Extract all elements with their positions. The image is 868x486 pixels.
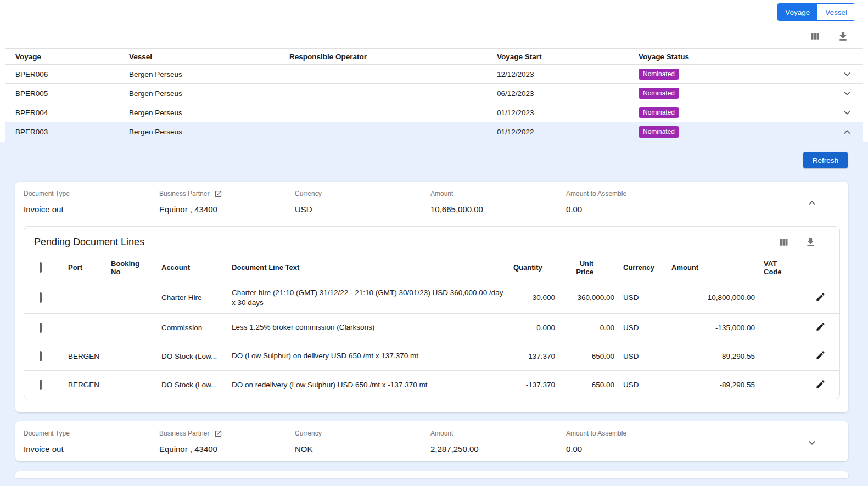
unit-price-cell: 0.00	[555, 313, 614, 342]
voyage-start-date: 06/12/2023	[487, 89, 629, 98]
document-line-text-cell: Less 1.25% broker commission (Clarksons)	[223, 313, 505, 342]
document-line-text-cell: Charter hire (21:10 (GMT) 31/12/22 - 21:…	[223, 282, 505, 313]
pending-line-row: BERGEN DO Stock (Low... DO on redelivery…	[24, 370, 839, 399]
header-responsible-operator: Responsible Operator	[279, 53, 487, 61]
select-all-checkbox[interactable]	[40, 262, 42, 273]
currency-cell: USD	[614, 370, 663, 399]
edit-icon[interactable]	[814, 320, 827, 335]
business-partner-label: Business Partner	[159, 190, 209, 197]
chevron-down-icon[interactable]	[832, 87, 863, 99]
vat-code-cell	[755, 370, 805, 399]
header-document-line-text: Document Line Text	[223, 253, 505, 282]
voyage-toggle-button[interactable]: Voyage	[777, 4, 817, 20]
row-checkbox[interactable]	[40, 380, 42, 390]
voyage-row-bper004[interactable]: BPER004 Bergen Perseus 01/12/2023 Nomina…	[5, 103, 863, 122]
chevron-down-icon[interactable]	[832, 106, 863, 118]
currency-label: Currency	[295, 189, 430, 198]
voyage-table: Voyage Vessel Responsible Operator Voyag…	[5, 48, 863, 142]
document-line-text-cell: DO on redelivery (Low Sulphur) USD 650 /…	[223, 370, 505, 399]
header-voyage: Voyage	[5, 53, 119, 61]
booking-no-cell	[102, 282, 153, 313]
header-vat-code: VAT Code	[755, 253, 805, 282]
currency-label: Currency	[295, 429, 430, 438]
chevron-up-icon[interactable]	[832, 126, 863, 138]
edit-icon[interactable]	[814, 291, 827, 305]
expanded-voyage-detail: Refresh Document Type Invoice out Busine…	[0, 142, 868, 486]
header-voyage-status: Voyage Status	[629, 53, 832, 61]
vat-code-cell	[755, 342, 805, 370]
voyage-start-date: 12/12/2023	[487, 70, 629, 78]
amount-cell: 89,290.55	[663, 342, 755, 370]
amount-to-assemble-field: Amount to Assemble 0.00	[566, 429, 702, 454]
quantity-cell: 30.000	[505, 282, 555, 313]
status-badge: Nominated	[639, 107, 679, 118]
pending-document-lines-panel: Pending Document Lines	[24, 226, 840, 399]
amount-label: Amount	[430, 429, 566, 438]
business-partner-label: Business Partner	[159, 430, 209, 437]
voyage-start-date: 01/12/2023	[487, 109, 629, 117]
voyage-row-bper003-expanded[interactable]: BPER003 Bergen Perseus 01/12/2022 Nomina…	[5, 122, 863, 142]
document-card-partial[interactable]	[15, 471, 848, 478]
refresh-button[interactable]: Refresh	[803, 152, 848, 168]
booking-no-cell	[102, 313, 153, 342]
top-bar: Voyage Vessel	[0, 0, 868, 24]
table-toolbar	[0, 24, 868, 48]
row-checkbox[interactable]	[40, 292, 42, 303]
vat-code-cell	[755, 313, 805, 342]
amount-value: 10,665,000.00	[430, 205, 566, 214]
pending-line-row: Charter Hire Charter hire (21:10 (GMT) 3…	[24, 282, 839, 313]
header-vessel: Vessel	[119, 53, 279, 61]
open-in-new-icon[interactable]	[213, 189, 223, 199]
account-cell: Charter Hire	[153, 282, 223, 313]
status-badge: Nominated	[639, 69, 679, 80]
row-checkbox[interactable]	[40, 323, 42, 333]
amount-field: Amount 2,287,250.00	[430, 429, 566, 454]
pending-line-row: BERGEN DO Stock (Low... DO (Low Sulphur)…	[24, 342, 839, 370]
account-cell: Commission	[153, 313, 223, 342]
vat-code-cell	[755, 282, 805, 313]
voyage-row-bper005[interactable]: BPER005 Bergen Perseus 06/12/2023 Nomina…	[5, 84, 863, 103]
expand-document-chevron-down-icon[interactable]	[806, 437, 818, 450]
chevron-down-icon[interactable]	[832, 68, 863, 80]
port-cell: BERGEN	[59, 370, 102, 399]
voyage-row-bper006[interactable]: BPER006 Bergen Perseus 12/12/2023 Nomina…	[5, 65, 863, 84]
edit-icon[interactable]	[814, 349, 827, 363]
quantity-cell: 137.370	[505, 342, 555, 370]
document-card-nok: Document Type Invoice out Business Partn…	[15, 421, 848, 461]
booking-no-cell	[102, 342, 153, 370]
document-summary: Document Type Invoice out Business Partn…	[24, 189, 840, 214]
pending-lines-header-row: Port Booking No Account Document Line Te…	[24, 253, 839, 282]
document-type-field: Document Type Invoice out	[24, 189, 159, 214]
unit-price-cell: 650.00	[555, 342, 614, 370]
collapse-document-chevron-up-icon[interactable]	[806, 197, 818, 211]
port-cell	[59, 313, 102, 342]
header-currency: Currency	[614, 253, 663, 282]
view-columns-icon[interactable]	[808, 30, 822, 43]
download-icon[interactable]	[836, 30, 850, 43]
port-cell	[59, 282, 102, 313]
unit-price-cell: 650.00	[555, 370, 614, 399]
amount-to-assemble-value: 0.00	[566, 444, 702, 454]
port-cell: BERGEN	[59, 342, 102, 370]
status-badge: Nominated	[639, 88, 679, 99]
pending-line-row: Commission Less 1.25% broker commission …	[24, 313, 839, 342]
header-account: Account	[153, 253, 223, 282]
download-icon[interactable]	[804, 235, 817, 249]
vessel-toggle-button[interactable]: Vessel	[817, 4, 855, 20]
pending-document-lines-title: Pending Document Lines	[34, 236, 144, 248]
header-unit-price: Unit Price	[555, 253, 614, 282]
view-columns-icon[interactable]	[777, 235, 791, 249]
document-type-field: Document Type Invoice out	[24, 429, 159, 454]
business-partner-field: Business Partner Equinor , 43400	[159, 189, 295, 214]
currency-cell: USD	[614, 282, 663, 313]
edit-icon[interactable]	[814, 378, 827, 392]
header-voyage-start: Voyage Start	[487, 53, 629, 61]
row-checkbox[interactable]	[40, 351, 42, 361]
amount-to-assemble-value: 0.00	[566, 205, 702, 214]
amount-to-assemble-label: Amount to Assemble	[566, 429, 702, 438]
amount-label: Amount	[430, 189, 566, 198]
pending-lines-table: Port Booking No Account Document Line Te…	[24, 253, 839, 399]
open-in-new-icon[interactable]	[213, 428, 223, 439]
header-booking-no: Booking No	[102, 253, 153, 282]
document-type-value: Invoice out	[24, 205, 159, 214]
